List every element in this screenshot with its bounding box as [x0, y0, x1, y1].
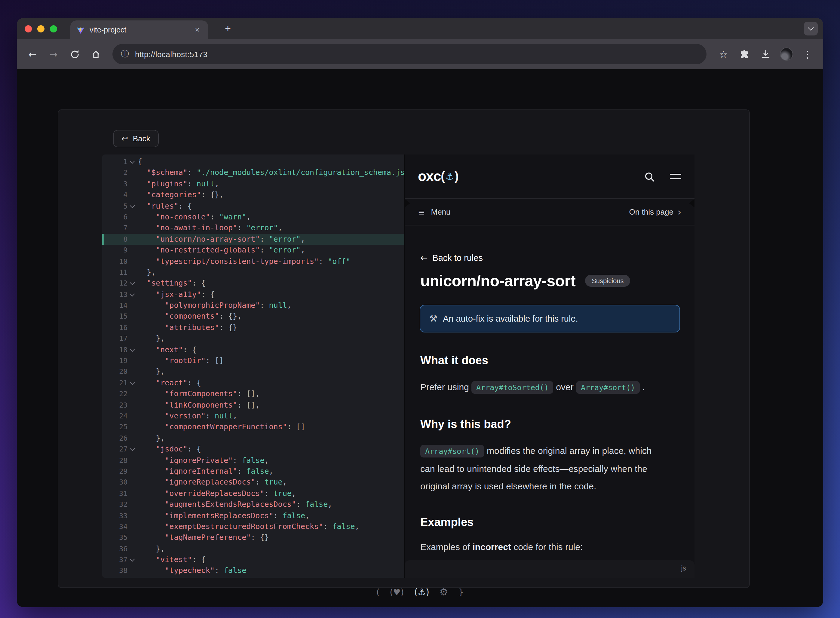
- line-number: 18: [102, 344, 128, 355]
- code-line[interactable]: 36 },: [102, 543, 404, 554]
- resize-handle-left[interactable]: [405, 199, 410, 207]
- new-tab-button[interactable]: +: [220, 21, 236, 36]
- code-line[interactable]: 32 "augmentsExtendsReplacesDocs": false,: [102, 499, 404, 510]
- code-line[interactable]: 34 "exemptDestructuredRootsFromChecks": …: [102, 521, 404, 532]
- code-line[interactable]: 1{: [102, 156, 404, 168]
- address-bar[interactable]: ⓘ http://localhost:5173: [113, 44, 706, 64]
- examples-heading: Examples: [420, 516, 474, 529]
- line-number: 34: [102, 521, 128, 532]
- oxc-logo[interactable]: oxc(⚓): [418, 168, 459, 184]
- home-button[interactable]: [86, 45, 105, 63]
- code-line[interactable]: 14 "polymorphicPropName": null,: [102, 300, 404, 311]
- code-line[interactable]: 19 "rootDir": []: [102, 355, 404, 366]
- rule-title: unicorn/no-array-sort: [420, 271, 575, 290]
- code-line[interactable]: 20 },: [102, 366, 404, 377]
- extensions-button[interactable]: [735, 45, 754, 63]
- tab-strip: vite-project × +: [17, 18, 823, 39]
- reload-button[interactable]: [65, 45, 83, 63]
- line-number: 10: [102, 256, 128, 267]
- paren-logo[interactable]: (: [376, 587, 380, 597]
- line-number: 31: [102, 488, 128, 499]
- code-line[interactable]: 9 "no-restricted-globals": "error",: [102, 245, 404, 256]
- menu-lines-icon: ≡: [418, 207, 425, 217]
- code-line[interactable]: 24 "version": null,: [102, 411, 404, 422]
- code-line[interactable]: 3 "plugins": null,: [102, 178, 404, 190]
- site-info-icon[interactable]: ⓘ: [121, 49, 129, 59]
- profile-button[interactable]: [778, 45, 795, 63]
- app-back-button[interactable]: ↩ Back: [113, 130, 159, 147]
- tab-close-icon[interactable]: ×: [192, 25, 202, 34]
- tab-search-button[interactable]: [804, 22, 818, 36]
- code-line[interactable]: 28 "ignorePrivate": false,: [102, 455, 404, 466]
- line-number: 29: [102, 466, 128, 477]
- line-number: 3: [102, 178, 128, 190]
- line-number: 30: [102, 477, 128, 488]
- footer-logos: ((♥)(⚓)⚙}: [17, 587, 823, 597]
- bookmark-star-button[interactable]: ☆: [714, 45, 732, 63]
- page-viewport: ↩ Back 1{2 "$schema": "./node_modules/ox…: [17, 69, 823, 607]
- code-line[interactable]: 22 "formComponents": [],: [102, 388, 404, 400]
- examples-lead: Examples of incorrect code for this rule…: [420, 542, 583, 552]
- code-line[interactable]: 26 },: [102, 433, 404, 444]
- resize-handle-right[interactable]: [689, 199, 694, 207]
- oxc-footer-logo[interactable]: (⚓): [414, 587, 429, 597]
- minimize-window-button[interactable]: [37, 25, 45, 32]
- back-to-rules-link[interactable]: ← Back to rules: [420, 253, 483, 263]
- code-line[interactable]: 31 "overrideReplacesDocs": true,: [102, 488, 404, 499]
- downloads-button[interactable]: [757, 45, 775, 63]
- zoom-window-button[interactable]: [50, 25, 57, 32]
- code-line[interactable]: 21 "react": {: [102, 377, 404, 389]
- code-line[interactable]: 38 "typecheck": false: [102, 565, 404, 576]
- browser-menu-button[interactable]: ⋮: [798, 45, 816, 63]
- on-this-page-button[interactable]: On this page ›: [629, 206, 681, 217]
- what-it-does-heading: What it does: [420, 354, 488, 367]
- code-line[interactable]: 33 "implementsReplacesDocs": false,: [102, 510, 404, 521]
- app-back-label: Back: [133, 134, 150, 143]
- code-line[interactable]: 17 },: [102, 333, 404, 345]
- code-line[interactable]: 6 "no-console": "warn",: [102, 212, 404, 223]
- code-line[interactable]: 27 "jsdoc": {: [102, 444, 404, 455]
- code-line[interactable]: 16 "attributes": {}: [102, 322, 404, 333]
- browser-tab[interactable]: vite-project ×: [70, 21, 208, 39]
- code-line[interactable]: 25 "componentWrapperFunctions": []: [102, 422, 404, 433]
- code-line[interactable]: 13 "jsx-a11y": {: [102, 289, 404, 300]
- example-code-block: js: [405, 560, 694, 578]
- close-window-button[interactable]: [25, 25, 32, 32]
- code-line[interactable]: 37 "vitest": {: [102, 554, 404, 565]
- browser-back-button[interactable]: ←: [24, 45, 42, 63]
- code-line[interactable]: 30 "ignoreReplacesDocs": true,: [102, 477, 404, 488]
- line-number: 28: [102, 455, 128, 466]
- code-line[interactable]: 35 "tagNamePreference": {}: [102, 532, 404, 544]
- gear-icon[interactable]: ⚙: [440, 587, 448, 597]
- vite-favicon: [76, 25, 85, 34]
- code-line[interactable]: 8 "unicorn/no-array-sort": "error",: [102, 233, 404, 245]
- line-number: 2: [102, 168, 128, 178]
- code-line[interactable]: 2 "$schema": "./node_modules/oxlint/conf…: [102, 168, 404, 178]
- content-card: ↩ Back 1{2 "$schema": "./node_modules/ox…: [58, 109, 750, 588]
- code-line[interactable]: 12 "settings": {: [102, 278, 404, 289]
- code-line[interactable]: 29 "ignoreInternal": false,: [102, 466, 404, 477]
- why-bad-heading: Why is this bad?: [420, 418, 511, 431]
- what-it-does-paragraph: Prefer using Array#toSorted() over Array…: [420, 378, 645, 397]
- browser-forward-button[interactable]: →: [45, 45, 62, 63]
- code-line[interactable]: 4 "categories": {},: [102, 189, 404, 201]
- menu-button[interactable]: Menu: [431, 207, 450, 217]
- heart-logo[interactable]: (♥): [390, 587, 404, 597]
- autofix-callout: ⚒ An auto-fix is available for this rule…: [420, 305, 680, 333]
- code-line[interactable]: 7 "no-await-in-loop": "error",: [102, 223, 404, 234]
- code-line[interactable]: 5 "rules": {: [102, 201, 404, 212]
- search-icon[interactable]: [644, 171, 655, 182]
- code-editor[interactable]: 1{2 "$schema": "./node_modules/oxlint/co…: [102, 154, 404, 578]
- profile-avatar: [780, 48, 793, 61]
- code-line[interactable]: 23 "linkComponents": [],: [102, 400, 404, 411]
- nav-toolbar: ← → ⓘ http://localhost:5173 ☆: [17, 39, 823, 69]
- code-line[interactable]: 11 },: [102, 267, 404, 278]
- tab-title: vite-project: [89, 25, 187, 34]
- hamburger-menu-icon[interactable]: [670, 174, 681, 180]
- line-number: 38: [102, 565, 128, 576]
- code-line[interactable]: 10 "typescript/consistent-type-imports":…: [102, 256, 404, 267]
- code-line[interactable]: 15 "components": {},: [102, 311, 404, 322]
- brace-logo[interactable]: }: [458, 587, 464, 597]
- chevron-down-icon: [808, 25, 814, 31]
- code-line[interactable]: 18 "next": {: [102, 344, 404, 355]
